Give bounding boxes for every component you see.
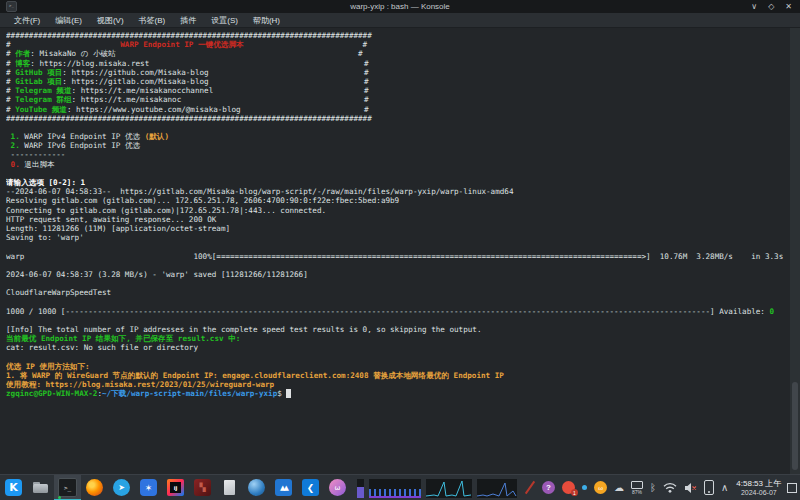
taskbar-app-dark-red-app[interactable]: ▚ (189, 475, 216, 500)
terminal-output: ########################################… (6, 31, 788, 399)
terminal-line: # 作者: MisakaNo の 小破站 # (6, 49, 788, 58)
terminal-line: 1000 / 1000 [---------------------------… (6, 307, 788, 316)
terminal-line: # 博客: https://blog.misaka.rest # (6, 59, 788, 68)
taskbar-app-kde-launcher[interactable]: K (0, 475, 27, 500)
terminal-line: ########################################… (6, 114, 788, 123)
menubar-item[interactable]: 书签(B) (139, 15, 166, 26)
close-button[interactable]: ✕ (785, 0, 792, 13)
terminal-scrollbar[interactable] (790, 28, 800, 474)
minimize-button[interactable]: ∨ (751, 0, 757, 13)
history-bars-widget[interactable] (369, 479, 421, 498)
taskbar-app-firefox[interactable] (81, 475, 108, 500)
show-desktop-icon (787, 483, 797, 493)
terminal-line (6, 123, 788, 132)
taskbar-app-dolphin-file-manager[interactable] (27, 475, 54, 500)
battery-indicator[interactable]: 87% (631, 481, 643, 495)
terminal-line: Resolving gitlab.com (gitlab.com)... 172… (6, 196, 788, 205)
show-desktop-button[interactable] (785, 475, 799, 500)
cloud-icon[interactable]: ☁ (614, 482, 624, 493)
terminal-line (6, 242, 788, 251)
menubar-item[interactable]: 插件 (180, 15, 196, 26)
terminal-viewport[interactable]: ########################################… (0, 28, 800, 474)
cat-proxy-icon[interactable]: ω (594, 481, 607, 494)
terminal-line: --2024-06-07 04:58:33-- https://gitlab.c… (6, 187, 788, 196)
taskbar-app-pink-cat-app[interactable]: ω (324, 475, 351, 500)
menubar-item[interactable]: 帮助(H) (253, 15, 280, 26)
wifi-icon[interactable] (663, 482, 677, 493)
blue-wing-app-icon: ✶ (140, 479, 157, 496)
terminal-line: CloudflareWarpSpeedTest (6, 288, 788, 297)
cat-glyph: ω (598, 485, 603, 491)
laptop-screen-icon (631, 481, 643, 489)
taskbar-app-telegram[interactable]: ➤ (108, 475, 135, 500)
taskbar-clock[interactable]: 4:58:53 上午 2024-06-07 (736, 479, 781, 497)
taskbar-app-mountain-app[interactable]: ▲▲ (270, 475, 297, 500)
vscode-glyph: ❮ (307, 483, 315, 493)
terminal-line: # YouTube 频道: https://www.youtube.com/@m… (6, 105, 788, 114)
terminal-line: Connecting to gitlab.com (gitlab.com)|17… (6, 206, 788, 215)
terminal-line: cat: result.csv: No such file or directo… (6, 343, 788, 352)
terminal-line: 优选 IP 使用方法如下: (6, 362, 788, 371)
taskbar-app-blue-sphere-app[interactable] (243, 475, 270, 500)
tray-expand-chevron-icon[interactable]: ∧ (721, 482, 728, 493)
window-titlebar[interactable]: >_ warp-yxip : bash — Konsole ∨ ◇ ✕ (0, 0, 800, 13)
mountain-app-glyph: ▲▲ (280, 484, 287, 492)
network-graph-widget[interactable] (426, 479, 472, 498)
text-document-app-icon (221, 479, 238, 496)
terminal-line (6, 279, 788, 288)
terminal-line (6, 353, 788, 362)
terminal-line: 0. 退出脚本 (6, 160, 788, 169)
help-indicator-icon[interactable]: ? (542, 481, 555, 494)
vscode-icon: ❮ (302, 479, 319, 496)
system-monitor-widgets[interactable] (357, 478, 517, 498)
terminal-line: 请输入选项 [0-2]: 1 (6, 178, 788, 187)
terminal-line: # WARP Endpoint IP 一键优选脚本 # (6, 40, 788, 49)
chat-notification-icon[interactable]: 1 (562, 481, 575, 494)
terminal-line: # Telegram 频道: https://t.me/misakanoccha… (6, 86, 788, 95)
dark-red-app-icon: ▚ (194, 479, 211, 496)
volume-muted-icon[interactable] (684, 482, 697, 494)
terminal-line: 2. WARP IPv6 Endpoint IP 优选 (6, 141, 788, 150)
taskbar-apps: K>_➤✶IJ▚▲▲❮ω (0, 475, 351, 500)
menubar-item[interactable]: 编辑(E) (55, 15, 82, 26)
terminal-line: # GitLab 项目: https://gitlab.com/Misaka-b… (6, 77, 788, 86)
kde-launcher-icon: K (5, 479, 22, 496)
menubar-item[interactable]: 文件(F) (14, 15, 40, 26)
cpu-gauge-widget[interactable] (357, 479, 364, 498)
terminal-line: # Telegram 群组: https://t.me/misakanoc # (6, 95, 788, 104)
intellij-idea-icon: IJ (167, 479, 184, 496)
dark-red-app-glyph: ▚ (199, 483, 205, 492)
terminal-line (6, 316, 788, 325)
terminal-line: HTTP request sent, awaiting response... … (6, 215, 788, 224)
kde-launcher-glyph: K (9, 481, 18, 494)
annotation-pen-icon[interactable] (525, 481, 535, 495)
taskbar-app-konsole-terminal[interactable]: >_ (54, 475, 81, 500)
terminal-line: # GitHub 项目: https://github.com/Misaka-b… (6, 68, 788, 77)
telegram-glyph: ➤ (118, 483, 125, 492)
bluetooth-icon[interactable]: ᛒ (650, 482, 656, 493)
terminal-line: ########################################… (6, 31, 788, 40)
menubar-item[interactable]: 视图(V) (97, 15, 124, 26)
maximize-button[interactable]: ◇ (768, 0, 774, 13)
terminal-line: 1. 将 WARP 的 WireGuard 节点的默认的 Endpoint IP… (6, 371, 788, 380)
status-dot-icon[interactable] (582, 485, 587, 490)
taskbar-app-vscode[interactable]: ❮ (297, 475, 324, 500)
terminal-line: ------------ (6, 150, 788, 159)
clock-time: 4:58:53 上午 (736, 479, 781, 488)
scrollbar-thumb[interactable] (792, 382, 798, 470)
menubar-item[interactable]: 设置(S) (211, 15, 238, 26)
taskbar-app-text-document-app[interactable] (216, 475, 243, 500)
disk-graph-widget[interactable] (477, 479, 517, 498)
taskbar-app-intellij-idea[interactable]: IJ (162, 475, 189, 500)
taskbar-app-blue-wing-app[interactable]: ✶ (135, 475, 162, 500)
blue-wing-app-glyph: ✶ (145, 483, 153, 493)
konsole-terminal-icon: >_ (58, 478, 77, 497)
kdeconnect-phone-icon[interactable] (704, 480, 714, 495)
firefox-icon (86, 479, 103, 496)
mountain-app-icon: ▲▲ (275, 479, 292, 496)
menubar: 文件(F)编辑(E)视图(V)书签(B)插件设置(S)帮助(H) (0, 13, 800, 28)
konsole-terminal-glyph: >_ (64, 484, 71, 491)
telegram-icon: ➤ (113, 479, 130, 496)
taskbar: K>_➤✶IJ▚▲▲❮ω ? 1 ω ☁ (0, 474, 800, 500)
help-glyph: ? (546, 483, 551, 492)
